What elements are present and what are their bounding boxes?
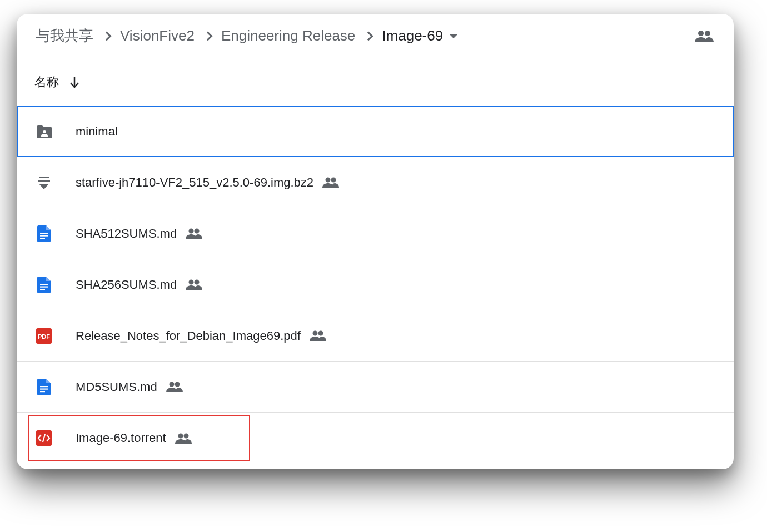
- column-header-name[interactable]: 名称: [17, 58, 734, 106]
- file-row-folder-minimal[interactable]: minimal: [17, 106, 734, 157]
- svg-point-12: [195, 229, 200, 234]
- svg-point-7: [331, 178, 336, 183]
- svg-rect-14: [40, 286, 48, 287]
- svg-point-29: [178, 433, 183, 438]
- svg-rect-15: [40, 289, 45, 290]
- breadcrumb-item-current[interactable]: Image-69: [381, 25, 460, 47]
- folder-shared-icon: [34, 124, 53, 139]
- svg-rect-8: [40, 233, 48, 234]
- chevron-right-icon: [102, 31, 112, 41]
- doc-icon: [34, 225, 53, 242]
- svg-text:PDF: PDF: [38, 333, 50, 340]
- svg-point-16: [189, 280, 194, 285]
- svg-rect-4: [39, 177, 49, 178]
- svg-point-11: [189, 229, 194, 234]
- pdf-icon: PDF: [34, 328, 53, 344]
- svg-point-17: [195, 280, 200, 285]
- svg-point-3: [43, 130, 46, 133]
- file-row-img-bz2[interactable]: starfive-jh7110-VF2_515_v2.5.0-69.img.bz…: [17, 157, 734, 208]
- doc-icon: [34, 379, 53, 395]
- shared-icon: [175, 433, 192, 444]
- chevron-right-icon: [203, 31, 212, 41]
- shared-icon: [310, 330, 326, 341]
- svg-point-30: [183, 433, 188, 438]
- file-name: minimal: [76, 124, 118, 139]
- archive-queue-icon: [34, 176, 53, 189]
- file-row-torrent[interactable]: Image-69.torrent: [17, 413, 734, 464]
- breadcrumb: 与我共享 VisionFive2 Engineering Release Ima…: [17, 14, 734, 58]
- svg-point-21: [318, 331, 323, 336]
- shared-icon: [186, 228, 202, 239]
- svg-rect-22: [40, 386, 48, 387]
- file-row-sha256[interactable]: SHA256SUMS.md: [17, 259, 734, 310]
- shared-icon: [322, 177, 339, 188]
- file-name: SHA512SUMS.md: [76, 227, 177, 241]
- breadcrumb-item-visionfive2[interactable]: VisionFive2: [119, 25, 196, 47]
- file-name: starfive-jh7110-VF2_515_v2.5.0-69.img.bz…: [76, 175, 313, 190]
- file-row-md5[interactable]: MD5SUMS.md: [17, 362, 734, 413]
- svg-point-20: [312, 331, 317, 336]
- code-icon: [34, 430, 53, 446]
- shared-icon: [186, 279, 202, 290]
- file-name: Image-69.torrent: [76, 431, 166, 445]
- svg-point-0: [698, 31, 704, 36]
- file-name: SHA256SUMS.md: [76, 278, 177, 292]
- breadcrumb-item-engineering-release[interactable]: Engineering Release: [220, 25, 356, 47]
- breadcrumb-current-label: Image-69: [382, 27, 443, 44]
- sort-descending-icon: [69, 76, 80, 88]
- svg-rect-24: [40, 391, 45, 392]
- share-people-icon[interactable]: [693, 28, 716, 44]
- drive-file-list-card: 与我共享 VisionFive2 Engineering Release Ima…: [17, 14, 734, 469]
- file-row-sha512[interactable]: SHA512SUMS.md: [17, 208, 734, 259]
- column-header-label: 名称: [34, 74, 59, 91]
- svg-rect-23: [40, 388, 48, 389]
- svg-rect-5: [38, 180, 50, 182]
- file-name: Release_Notes_for_Debian_Image69.pdf: [76, 329, 301, 343]
- chevron-right-icon: [364, 31, 373, 41]
- svg-rect-10: [40, 238, 45, 239]
- shared-icon: [166, 382, 183, 392]
- file-name: MD5SUMS.md: [76, 380, 157, 394]
- file-row-release-notes-pdf[interactable]: PDF Release_Notes_for_Debian_Image69.pdf: [17, 310, 734, 362]
- svg-point-25: [169, 382, 174, 387]
- svg-point-1: [705, 31, 710, 36]
- svg-rect-9: [40, 235, 48, 236]
- doc-icon: [34, 277, 53, 293]
- breadcrumb-item-shared-with-me[interactable]: 与我共享: [34, 24, 94, 48]
- caret-down-icon: [449, 33, 459, 39]
- svg-rect-13: [40, 284, 48, 285]
- svg-point-6: [326, 178, 331, 183]
- svg-point-26: [175, 382, 180, 387]
